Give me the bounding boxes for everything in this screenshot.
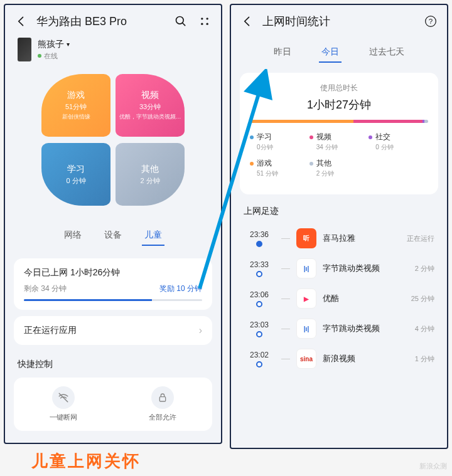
legend-item: 其他2 分钟 (309, 158, 369, 178)
more-icon[interactable] (198, 15, 211, 28)
svg-point-1 (201, 18, 203, 19)
page-title: 上网时间统计 (262, 14, 416, 29)
legend-item: 视频34 分钟 (309, 132, 369, 152)
usage-bar (250, 120, 428, 123)
footprint-title: 上网足迹 (231, 203, 447, 223)
allow-all-button[interactable]: 全部允许 (113, 386, 212, 422)
petal-video[interactable]: 视频33分钟优酷，字节跳动类视频… (116, 74, 185, 137)
stat-total: 1小时27分钟 (250, 97, 428, 112)
disconnect-button[interactable]: 一键断网 (14, 386, 113, 422)
header: 华为路由 BE3 Pro (5, 5, 221, 35)
legend: 学习0分钟视频34 分钟社交0 分钟游戏51 分钟其他2 分钟 (250, 132, 428, 184)
help-icon[interactable]: ? (424, 15, 437, 28)
usage-progress (24, 299, 202, 301)
tab-network[interactable]: 网络 (62, 226, 84, 246)
page-title: 华为路由 BE3 Pro (36, 14, 166, 29)
device-name: 熊孩子 ▾ (38, 39, 70, 50)
tab-week[interactable]: 过去七天 (367, 43, 407, 63)
back-icon[interactable] (15, 15, 28, 28)
back-icon[interactable] (241, 15, 254, 28)
usage-remaining: 剩余 34 分钟 (24, 283, 67, 294)
caption: 儿童上网关怀 (31, 450, 141, 472)
main-tabs: 网络 设备 儿童 (5, 219, 221, 252)
lock-icon (151, 386, 174, 409)
usage-bonus[interactable]: 奖励 10 分钟 (159, 283, 202, 294)
period-tabs: 昨日 今日 过去七天 (231, 35, 447, 73)
device-status: 在线 (38, 51, 70, 61)
tab-today[interactable]: 今日 (319, 43, 342, 63)
header: 上网时间统计 ? (231, 5, 447, 35)
quick-control-title: 快捷控制 (5, 351, 221, 374)
left-screen: 华为路由 BE3 Pro 熊孩子 ▾ 在线 游戏51分钟新创侠情缘 视频33分钟… (4, 4, 222, 444)
right-screen: 上网时间统计 ? 昨日 今日 过去七天 使用总时长 1小时27分钟 学习0分钟视… (230, 4, 448, 449)
footprint-item[interactable]: 23:06▶优酷25 分钟 (240, 283, 438, 314)
svg-rect-5 (159, 397, 165, 401)
device-thumb (18, 38, 31, 61)
running-apps-link[interactable]: 正在运行应用 › (14, 316, 212, 345)
wifi-off-icon (52, 386, 75, 409)
category-petals: 游戏51分钟新创侠情缘 视频33分钟优酷，字节跳动类视频… 学习0 分钟 其他2… (38, 74, 188, 212)
svg-point-2 (207, 18, 208, 19)
petal-game[interactable]: 游戏51分钟新创侠情缘 (41, 74, 110, 137)
footprint-item[interactable]: 23:03|ı|字节跳动类视频4 分钟 (240, 314, 438, 344)
search-icon[interactable] (175, 15, 187, 28)
usage-card[interactable]: 今日已上网 1小时26分钟 剩余 34 分钟 奖励 10 分钟 (14, 258, 212, 310)
svg-point-4 (207, 23, 208, 25)
svg-text:?: ? (429, 17, 433, 25)
footprint-item[interactable]: 23:02sina新浪视频1 分钟 (240, 344, 438, 374)
quick-controls: 一键断网 全部允许 (14, 378, 212, 431)
legend-item: 学习0分钟 (250, 132, 309, 152)
tab-child[interactable]: 儿童 (142, 226, 164, 246)
chevron-right-icon: › (199, 325, 202, 336)
petal-other[interactable]: 其他2 分钟 (116, 143, 185, 206)
footprint-item[interactable]: 23:36听喜马拉雅正在运行 (240, 223, 438, 253)
petal-study[interactable]: 学习0 分钟 (41, 143, 110, 206)
stat-card: 使用总时长 1小时27分钟 学习0分钟视频34 分钟社交0 分钟游戏51 分钟其… (240, 73, 438, 194)
footprint-item[interactable]: 23:33|ı|字节跳动类视频2 分钟 (240, 253, 438, 283)
stat-title: 使用总时长 (250, 83, 428, 93)
tab-device[interactable]: 设备 (102, 226, 124, 246)
usage-title: 今日已上网 1小时26分钟 (24, 267, 202, 278)
svg-point-3 (201, 23, 203, 25)
tab-yesterday[interactable]: 昨日 (271, 43, 294, 63)
device-row[interactable]: 熊孩子 ▾ 在线 (5, 35, 221, 69)
watermark: 新浪众测 (419, 462, 447, 471)
legend-item: 社交0 分钟 (369, 132, 428, 152)
legend-item: 游戏51 分钟 (250, 158, 309, 178)
footprint-list: 23:36听喜马拉雅正在运行23:33|ı|字节跳动类视频2 分钟23:06▶优… (231, 223, 447, 374)
